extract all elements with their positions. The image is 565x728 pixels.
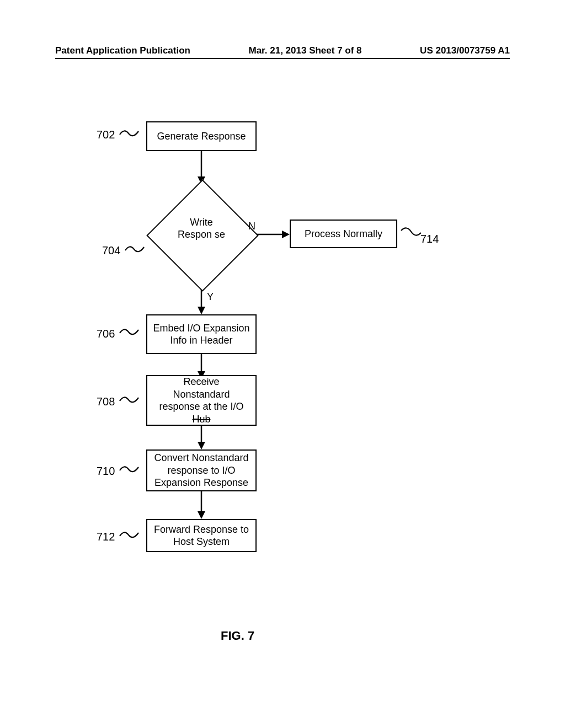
arrow-708-to-710 (200, 426, 202, 449)
ref-702: 702 (97, 129, 115, 141)
header-left: Patent Application Publication (55, 45, 190, 56)
leader-704 (124, 243, 140, 251)
leader-708 (119, 393, 134, 402)
ref-712: 712 (97, 531, 115, 543)
edge-no-label: N (248, 221, 255, 232)
ref-714: 714 (420, 233, 439, 245)
edge-yes-label: Y (207, 291, 214, 303)
step-convert-nonstandard: Convert Nonstandard response to I/O Expa… (146, 449, 257, 491)
step-forward-response: Forward Response to Host System (146, 519, 257, 552)
figure-label: FIG. 7 (221, 629, 254, 643)
flowchart: Generate Response 702 Write Respon se 70… (0, 110, 565, 607)
svg-marker-3 (282, 231, 290, 238)
leader-712 (119, 528, 134, 537)
step-generate-response: Generate Response (146, 121, 257, 151)
arrow-no (257, 233, 290, 235)
svg-marker-5 (198, 307, 205, 314)
strikethrough-receive: Receive (183, 376, 219, 387)
arrow-yes (200, 290, 202, 314)
svg-marker-9 (198, 442, 205, 449)
strikethrough-hub: Hub (192, 414, 210, 425)
page-header: Patent Application Publication Mar. 21, … (55, 45, 510, 56)
decision-write-response (146, 179, 259, 292)
svg-marker-11 (198, 511, 205, 519)
ref-708: 708 (97, 395, 115, 408)
header-center: Mar. 21, 2013 Sheet 7 of 8 (249, 45, 362, 56)
header-right: US 2013/0073759 A1 (420, 45, 510, 56)
header-rule (55, 58, 510, 59)
step-process-normally: Process Normally (290, 220, 397, 248)
arrow-710-to-712 (200, 491, 202, 519)
leader-702 (119, 127, 134, 136)
step-embed-io-expansion: Embed I/O Expansion Info in Header (146, 314, 257, 354)
ref-706: 706 (97, 328, 115, 340)
ref-704: 704 (102, 244, 120, 257)
leader-714 (400, 226, 415, 235)
leader-710 (119, 463, 134, 472)
step-receive-nonstandard: Receive Nonstandard response at the I/O … (146, 375, 257, 426)
ref-710: 710 (97, 465, 115, 478)
leader-706 (119, 325, 134, 334)
